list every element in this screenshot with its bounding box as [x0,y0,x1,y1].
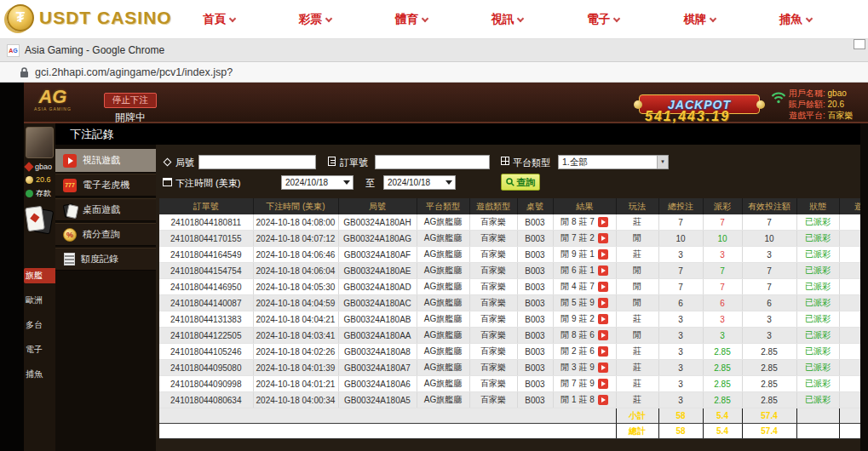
modal-menu-item[interactable]: 桌面遊戲 [55,198,156,221]
replay-button[interactable] [598,217,608,227]
column-header: 局號 [338,198,417,214]
site-header: ₮ USDT CASINO 首頁 彩票 體育 視訊 [0,0,868,39]
cell-play: 閒 [616,328,658,344]
site-nav: 首頁 彩票 體育 視訊 電子 棋牌 [203,0,812,39]
cell-bet-time: 2024-10-18 04:08:00 [253,214,338,231]
cell-status: 已派彩 [796,344,839,360]
modal-menu-item[interactable]: 電子老虎機 [55,174,156,197]
cell-extra: - [839,344,860,360]
cell-round-no: GB00324A180A6 [338,376,417,392]
replay-button[interactable] [598,379,608,389]
url-text[interactable]: gci.2hhapi.com/agingame/pcv1/index.jsp? [35,62,233,83]
replay-button[interactable] [598,314,608,324]
ag-logo: AG ASIA GAMING [34,88,72,111]
cell-table-no: B003 [517,263,553,279]
cell-platform: AG旗艦廳 [417,392,469,408]
lobby-username: gbao [35,163,52,171]
lobby-menu-item[interactable]: 旗艦 [24,268,55,283]
cell-platform: AG旗艦廳 [417,311,469,328]
lobby-menu-item[interactable]: 歐洲 [24,293,55,308]
date-from-select[interactable]: 2024/10/18 [281,175,354,190]
cell-status: 已派彩 [796,360,839,376]
cell-result: 閒 9 莊 1 [553,247,616,263]
nav-item[interactable]: 電子 [587,12,619,27]
replay-button[interactable] [598,233,608,243]
cell-round-no: GB00324A180AB [338,311,417,328]
slot-machine-icon [63,179,77,192]
site-logo[interactable]: ₮ USDT CASINO [7,4,172,31]
modal-menu-item[interactable]: 額度記錄 [55,248,156,271]
result-text: 閒 8 莊 7 [560,216,594,228]
grand-total-valid-bet: 57.4 [742,424,796,439]
subtotal-valid-bet: 57.4 [742,408,796,424]
nav-item[interactable]: 彩票 [299,12,331,27]
replay-button[interactable] [598,265,608,276]
modal-menu-item[interactable]: 視訊遊戲 [55,149,156,172]
replay-button[interactable] [598,363,608,373]
result-text: 閒 2 莊 6 [560,345,594,357]
order-input[interactable] [375,155,490,169]
cell-status: 已派彩 [796,247,839,263]
replay-button[interactable] [598,282,608,292]
platform-label: 平台類型 [513,157,550,169]
cell-valid-bet: 7 [742,263,796,279]
nav-item[interactable]: 捕魚 [779,12,812,27]
avatar[interactable] [26,127,54,158]
replay-button[interactable] [598,249,608,260]
cell-result: 閒 8 莊 7 [553,214,616,231]
cell-extra: - [839,392,860,408]
stop-bet-badge: 停止下注 [104,93,157,108]
search-button-label: 查詢 [517,176,536,189]
deposit-button[interactable]: 存款 [26,188,51,199]
cell-result: 閒 7 莊 9 [553,376,616,392]
column-header: 遊戲類型 [469,198,517,214]
lobby-menu-item[interactable]: 電子 [24,342,55,357]
cell-extra: - [839,360,860,376]
nav-item[interactable]: 體育 [395,12,428,27]
cell-bet-time: 2024-10-18 04:07:12 [253,231,338,247]
lobby-menu-item[interactable]: 多台 [24,317,55,333]
cell-table-no: B003 [517,376,553,392]
dropdown-arrow-icon [445,180,452,185]
cell-round-no: GB00324A180AF [338,247,417,263]
nav-item[interactable]: 視訊 [491,12,523,27]
replay-button[interactable] [598,298,608,308]
result-text: 閒 4 莊 7 [560,281,594,293]
lobby-menu-item[interactable]: 捕魚 [24,367,55,382]
cell-payout: 6 [703,295,742,311]
date-from-value: 2024/10/18 [285,178,328,187]
cell-status: 已派彩 [796,311,839,328]
cell-payout: 2.85 [703,360,742,376]
cell-bet-time: 2024-10-18 04:00:34 [253,392,338,408]
platform-select[interactable]: 1.全部 ▼ [558,155,669,169]
replay-button[interactable] [598,395,608,405]
table-row: 241018044170155 2024-10-18 04:07:12 GB00… [159,231,860,247]
order-icon [328,157,336,166]
cell-total-bet: 3 [658,311,703,328]
cell-platform: AG旗艦廳 [417,344,469,360]
user-info-label: 用戶名稱: [789,88,825,98]
column-header: 遊戲 [839,198,860,214]
user-info-line: 賬戶餘額: 20.6 [789,99,868,110]
cell-play: 閒 [616,231,658,247]
url-bar[interactable]: gci.2hhapi.com/agingame/pcv1/index.jsp? [0,62,868,83]
date-to-value: 2024/10/18 [388,178,430,187]
cell-order-no: 241018044146950 [159,279,253,295]
cell-extra: - [839,279,860,295]
cell-game-type: 百家樂 [469,328,517,344]
cell-round-no: GB00324A180A8 [338,344,417,360]
column-header: 狀態 [796,198,839,214]
window-title: Asia Gaming - Google Chrome [25,39,164,61]
nav-item[interactable]: 棋牌 [683,12,716,27]
nav-item[interactable]: 首頁 [203,12,235,27]
replay-button[interactable] [598,346,608,357]
column-header: 結果 [553,198,616,214]
table-game-icon [63,203,77,217]
chevron-down-icon [613,14,620,21]
replay-button[interactable] [598,330,608,340]
search-button[interactable]: 查詢 [501,174,540,191]
date-to-select[interactable]: 2024/10/18 [383,175,456,190]
round-input[interactable] [198,155,316,169]
modal-menu-item[interactable]: 積分查詢 [55,223,156,246]
cell-order-no: 241018044180811 [159,214,253,231]
